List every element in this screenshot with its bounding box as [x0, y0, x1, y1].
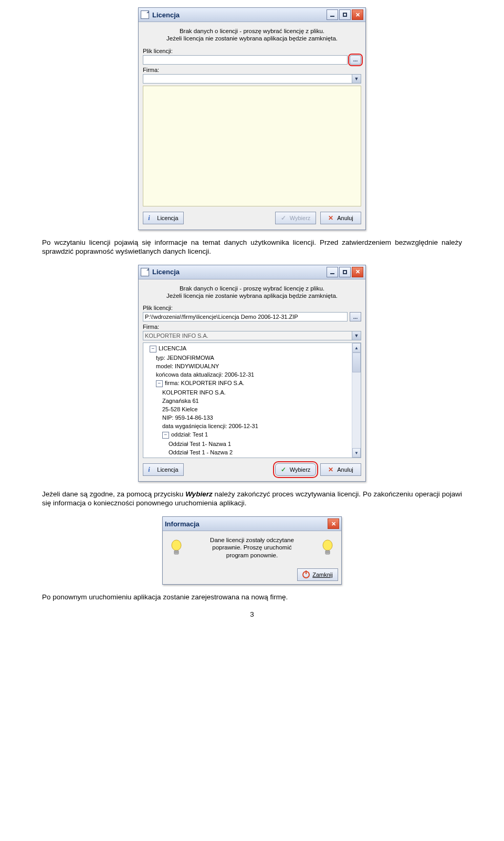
maximize-button[interactable]	[339, 267, 351, 277]
paragraph-1-text: Po wczytaniu licencji pojawią się inform…	[42, 238, 462, 255]
wybierz-button[interactable]: ✓ Wybierz	[275, 463, 316, 476]
licencja-button-label: Licencja	[157, 215, 178, 221]
licencja-button[interactable]: i Licencja	[143, 212, 184, 224]
check-icon: ✓	[281, 215, 287, 221]
license-dialog-empty: Licencja ✕ Brak danych o licencji - pros…	[138, 7, 366, 230]
titlebar[interactable]: Licencja ✕	[139, 265, 365, 279]
dialog-message: Brak danych o licencji - proszę wybrać l…	[143, 27, 361, 43]
browse-button[interactable]: ...	[350, 55, 361, 65]
scroll-up-icon[interactable]: ▲	[352, 343, 361, 352]
tree-item: firma: KOLPORTER INFO S.A.	[165, 380, 244, 386]
tree-item: NIP: 959-14-86-133	[162, 413, 361, 422]
scrollbar[interactable]: ▲ ▼	[352, 343, 361, 458]
license-tree[interactable]: −LICENCJA typ: JEDNOFIRMOWA model: INDYW…	[143, 342, 361, 458]
tree-item: typ: JEDNOFIRMOWA	[156, 354, 361, 362]
tree-item: Oddział Test 1- Nazwa 1	[169, 440, 361, 448]
x-icon: ✕	[328, 466, 334, 473]
paragraph-2: Jeżeli dane są zgodne, za pomocą przycis…	[42, 490, 462, 508]
anuluj-button-label: Anuluj	[337, 466, 353, 473]
file-label: Plik licencji:	[143, 305, 361, 311]
message-line-1: Brak danych o licencji - proszę wybrać l…	[180, 285, 324, 292]
anuluj-button[interactable]: ✕ Anuluj	[320, 463, 361, 476]
minimize-button[interactable]	[327, 9, 338, 20]
paragraph-3-text: Po ponownym uruchomieniu aplikacja zosta…	[42, 593, 288, 601]
tree-expander-icon[interactable]: −	[162, 432, 169, 439]
zamknij-button[interactable]: Zamknij	[297, 568, 338, 581]
button-row: i Licencja ✓ Wybierz ✕ Anuluj	[143, 211, 361, 225]
scroll-down-icon[interactable]: ▼	[352, 448, 361, 458]
company-label: Firma:	[143, 324, 361, 330]
info-msg-2: poprawnie. Proszę uruchomić	[212, 544, 292, 551]
browse-button[interactable]: ...	[350, 312, 361, 321]
tree-item: Zagnańska 61	[162, 397, 361, 405]
company-input[interactable]	[143, 74, 361, 84]
chevron-down-icon[interactable]: ▼	[352, 75, 361, 83]
message-line-2: Jeżeli licencja nie zostanie wybrana apl…	[166, 293, 338, 299]
close-button[interactable]: ✕	[352, 9, 363, 20]
wybierz-button-label: Wybierz	[290, 466, 311, 473]
document-icon	[141, 11, 149, 19]
licencja-button-label: Licencja	[157, 466, 178, 473]
close-button[interactable]: ✕	[328, 518, 339, 529]
tree-item: 25-528 Kielce	[162, 405, 361, 413]
company-label: Firma:	[143, 67, 361, 73]
titlebar[interactable]: Licencja ✕	[139, 8, 365, 22]
power-icon	[302, 571, 310, 578]
tree-item: oddział: Test 1	[171, 431, 208, 438]
paragraph-2-a: Jeżeli dane są zgodne, za pomocą przycis…	[42, 490, 185, 498]
minimize-button[interactable]	[327, 267, 338, 277]
tree-item: data wygaśnięcia licencji: 2006-12-31	[162, 422, 361, 430]
page-number: 3	[0, 610, 504, 618]
info-dialog: Informacja ✕ Dane licencji zostały odczy…	[162, 516, 342, 585]
file-row: ...	[143, 55, 361, 65]
paragraph-3: Po ponownym uruchomieniu aplikacja zosta…	[42, 593, 462, 602]
svg-point-0	[172, 540, 181, 551]
tree-expander-icon[interactable]: −	[150, 346, 156, 352]
dialog-message: Brak danych o licencji - proszę wybrać l…	[143, 285, 361, 300]
x-icon: ✕	[328, 215, 334, 221]
licencja-button[interactable]: i Licencja	[143, 463, 184, 476]
anuluj-button[interactable]: ✕ Anuluj	[320, 212, 361, 224]
window-title: Informacja	[165, 520, 324, 528]
close-button[interactable]: ✕	[352, 267, 363, 277]
document-icon	[141, 268, 149, 276]
file-label: Plik licencji:	[143, 48, 361, 54]
maximize-button[interactable]	[339, 9, 351, 20]
tree-item: końcowa data aktualizacji: 2006-12-31	[156, 370, 361, 379]
wybierz-button[interactable]: ✓ Wybierz	[275, 212, 316, 224]
info-icon: i	[148, 466, 154, 473]
window-title: Licencja	[152, 268, 323, 276]
tree-root: LICENCJA	[159, 345, 186, 351]
license-details-pane	[143, 86, 361, 206]
license-file-input[interactable]	[143, 55, 348, 65]
check-icon: ✓	[281, 466, 287, 473]
titlebar[interactable]: Informacja ✕	[163, 517, 341, 531]
zamknij-button-label: Zamknij	[312, 572, 333, 578]
paragraph-1: Po wczytaniu licencji pojawią się inform…	[42, 238, 462, 256]
message-line-1: Brak danych o licencji - proszę wybrać l…	[180, 28, 324, 34]
tree-item: model: INDYWIDUALNY	[156, 362, 361, 370]
paragraph-2-btnword: Wybierz	[185, 490, 213, 498]
license-file-input[interactable]	[143, 312, 348, 321]
file-row: ...	[143, 312, 361, 321]
chevron-down-icon[interactable]: ▼	[352, 331, 361, 340]
info-msg-3: program ponownie.	[226, 552, 278, 558]
anuluj-button-label: Anuluj	[337, 215, 353, 221]
info-msg-1: Dane licencji zostały odczytane	[210, 537, 294, 543]
lightbulb-icon	[167, 539, 186, 557]
info-body: Dane licencji zostały odczytane poprawni…	[163, 531, 341, 562]
message-line-2: Jeżeli licencja nie zostanie wybrana apl…	[166, 35, 338, 41]
button-row: i Licencja ✓ Wybierz ✕ Anuluj	[143, 462, 361, 477]
company-combo[interactable]: ▼	[143, 331, 361, 340]
window-title: Licencja	[152, 11, 323, 19]
company-combo[interactable]: ▼	[143, 74, 361, 84]
lightbulb-icon	[318, 539, 337, 557]
svg-point-4	[323, 540, 332, 551]
tree-expander-icon[interactable]: −	[156, 380, 163, 387]
company-input[interactable]	[143, 331, 361, 340]
info-icon: i	[148, 215, 154, 221]
wybierz-button-label: Wybierz	[290, 215, 311, 221]
scroll-thumb[interactable]	[352, 352, 361, 372]
tree-item: KOLPORTER INFO S.A.	[162, 388, 361, 397]
button-row: Zamknij	[163, 566, 341, 584]
